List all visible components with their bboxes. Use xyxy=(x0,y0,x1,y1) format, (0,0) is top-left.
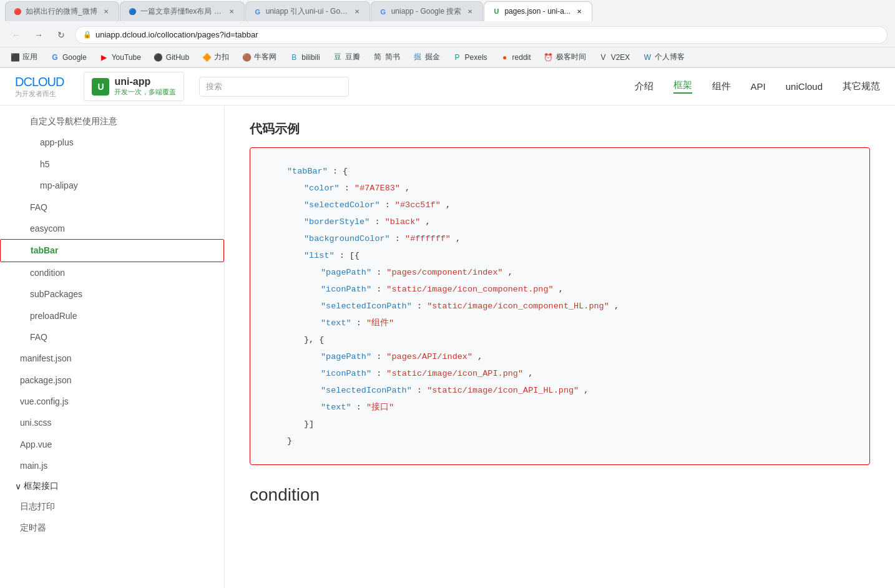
bookmark-pexels-label: Pexels xyxy=(465,53,487,62)
nav-framework[interactable]: 框架 xyxy=(673,79,692,94)
sidebar-item-easycom[interactable]: easycom xyxy=(0,218,224,239)
reload-button[interactable]: ↻ xyxy=(52,26,70,44)
code-section-title: 代码示例 xyxy=(250,120,870,137)
sidebar-category-framework[interactable]: ∨ 框架接口 xyxy=(0,477,224,496)
sidebar-item-faq2[interactable]: FAQ xyxy=(0,326,224,348)
sidebar-item-vue-config[interactable]: vue.config.js xyxy=(0,391,224,412)
tab-2[interactable]: 🔵 一篇文章弄懂flex布局 - 听风是风 ✕ xyxy=(120,1,245,21)
bookmark-google[interactable]: G Google xyxy=(45,52,92,63)
code-comma-2: , xyxy=(405,184,410,193)
tab-3-title: uniapp 引入uni-ui - Google 搜... xyxy=(266,6,348,17)
sidebar-item-h5[interactable]: h5 xyxy=(0,154,224,175)
bookmark-jianshu[interactable]: 简 简书 xyxy=(368,51,405,64)
sidebar-item-app-plus[interactable]: app-plus xyxy=(0,132,224,153)
v2ex-icon: V xyxy=(599,53,609,62)
code-val-borderstyle: "black" xyxy=(385,217,421,227)
code-line-4: "borderStyle" : "black" , xyxy=(304,213,849,230)
bookmark-leetcode[interactable]: 🔶 力扣 xyxy=(197,51,234,64)
sidebar-item-tabbar[interactable]: tabBar xyxy=(0,239,224,262)
bookmark-juejin[interactable]: 掘 掘金 xyxy=(408,51,445,64)
sidebar-category-label: 框架接口 xyxy=(24,481,59,492)
code-colon-14: : xyxy=(417,386,427,395)
code-colon-10: : xyxy=(356,318,366,328)
code-key-text2: "text" xyxy=(321,403,351,412)
code-key-pagepath1: "pagePath" xyxy=(321,268,371,277)
code-key-bgcolor: "backgroundColor" xyxy=(304,234,390,243)
bookmark-geektime[interactable]: ⏰ 极客时间 xyxy=(539,51,591,64)
tab-3[interactable]: G uniapp 引入uni-ui - Google 搜... ✕ xyxy=(245,1,370,21)
bookmark-bilibili[interactable]: B bilibili xyxy=(284,52,325,63)
code-colon-9: : xyxy=(417,301,427,311)
bookmark-nowcoder[interactable]: 🟤 牛客网 xyxy=(237,51,281,64)
code-comma-13: , xyxy=(528,369,533,378)
bookmark-apps-label: 应用 xyxy=(22,52,37,62)
code-colon-6: : [{ xyxy=(340,251,359,260)
sidebar-item-timer[interactable]: 定时器 xyxy=(0,517,224,538)
bookmark-youtube[interactable]: ▶ YouTube xyxy=(94,52,146,63)
sidebar-item-preloadrule[interactable]: preloadRule xyxy=(0,305,224,326)
site-header: DCLOUD 为开发者而生 U uni-app 开发一次，多端覆盖 搜索 介绍 … xyxy=(0,68,895,105)
code-line-11: }, { xyxy=(304,331,849,348)
tab-2-title: 一篇文章弄懂flex布局 - 听风是风 xyxy=(140,6,223,17)
pexels-icon: P xyxy=(452,53,462,62)
url-bar[interactable]: 🔒 uniapp.dcloud.io/collocation/pages?id=… xyxy=(75,26,888,44)
tab-5-close[interactable]: ✕ xyxy=(574,6,584,16)
sidebar-item-log-print[interactable]: 日志打印 xyxy=(0,496,224,517)
site-search[interactable]: 搜索 xyxy=(199,77,349,97)
tab-4[interactable]: G uniapp - Google 搜索 ✕ xyxy=(371,1,484,21)
code-key-iconpath2: "iconPath" xyxy=(321,369,371,378)
code-colon-1: : { xyxy=(333,167,348,176)
sidebar-item-app-vue[interactable]: App.vue xyxy=(0,434,224,455)
nav-other[interactable]: 其它规范 xyxy=(843,81,880,92)
nav-api[interactable]: API xyxy=(751,81,766,92)
bookmark-github[interactable]: ⚫ GitHub xyxy=(149,52,194,63)
sidebar-item-faq1[interactable]: FAQ xyxy=(0,197,224,218)
bookmark-douban[interactable]: 豆 豆瓣 xyxy=(328,51,365,64)
tab-1-favicon: 🔴 xyxy=(13,7,22,16)
sidebar-item-custom-nav[interactable]: 自定义导航栏使用注意 xyxy=(0,110,224,132)
reddit-icon: ● xyxy=(500,53,510,62)
bookmark-blog[interactable]: W 个人博客 xyxy=(637,51,690,64)
nav-intro[interactable]: 介绍 xyxy=(635,81,653,92)
uni-app-icon-text: U xyxy=(97,82,104,92)
sidebar-item-condition[interactable]: condition xyxy=(0,262,224,283)
code-colon-4: : xyxy=(374,217,384,227)
bookmark-apps[interactable]: ⬛ 应用 xyxy=(5,51,42,64)
tab-1-close[interactable]: ✕ xyxy=(101,7,111,17)
site-nav: 介绍 框架 组件 API uniCloud 其它规范 xyxy=(635,79,880,94)
uni-app-badge[interactable]: U uni-app 开发一次，多端覆盖 xyxy=(84,72,184,101)
tab-4-close[interactable]: ✕ xyxy=(465,7,475,17)
bookmark-pexels[interactable]: P Pexels xyxy=(448,52,492,63)
tab-2-close[interactable]: ✕ xyxy=(227,7,237,17)
code-comma-3: , xyxy=(446,200,451,210)
bookmark-github-label: GitHub xyxy=(166,53,189,62)
sidebar-item-mp-alipay[interactable]: mp-alipay xyxy=(0,175,224,196)
code-line-3: "selectedColor" : "#3cc51f" , xyxy=(304,197,849,213)
code-line-6: "list" : [{ xyxy=(304,247,849,264)
uni-app-sub-text: 开发一次，多端覆盖 xyxy=(114,87,176,97)
sidebar-item-subpackages[interactable]: subPackages xyxy=(0,283,224,305)
bookmark-v2ex[interactable]: V V2EX xyxy=(594,52,635,63)
code-val-pagepath2: "pages/API/index" xyxy=(386,352,472,361)
tab-5[interactable]: U pages.json - uni-a... ✕ xyxy=(484,1,592,21)
bookmark-reddit[interactable]: ● reddit xyxy=(495,52,536,63)
tab-3-close[interactable]: ✕ xyxy=(352,7,362,17)
tab-1[interactable]: 🔴 如祺出行的微博_微博 ✕ xyxy=(5,1,119,21)
code-colon-8: : xyxy=(376,285,386,294)
dcloud-logo[interactable]: DCLOUD 为开发者而生 xyxy=(15,75,64,99)
code-colon-7: : xyxy=(376,268,386,277)
sidebar-item-package[interactable]: package.json xyxy=(0,370,224,391)
sidebar-item-uni-scss[interactable]: uni.scss xyxy=(0,412,224,433)
bookmark-douban-label: 豆瓣 xyxy=(345,52,360,62)
nowcoder-icon: 🟤 xyxy=(242,53,252,62)
nav-component[interactable]: 组件 xyxy=(712,81,731,92)
nav-unicloud[interactable]: uniCloud xyxy=(786,81,823,92)
chevron-icon: ∨ xyxy=(15,481,21,491)
bookmark-juejin-label: 掘金 xyxy=(425,52,440,62)
back-button[interactable]: ← xyxy=(7,26,25,44)
apps-icon: ⬛ xyxy=(10,53,20,62)
bookmark-geektime-label: 极客时间 xyxy=(556,52,586,62)
forward-button[interactable]: → xyxy=(30,26,47,44)
sidebar-item-manifest[interactable]: manifest.json xyxy=(0,348,224,369)
sidebar-item-main-js[interactable]: main.js xyxy=(0,455,224,476)
